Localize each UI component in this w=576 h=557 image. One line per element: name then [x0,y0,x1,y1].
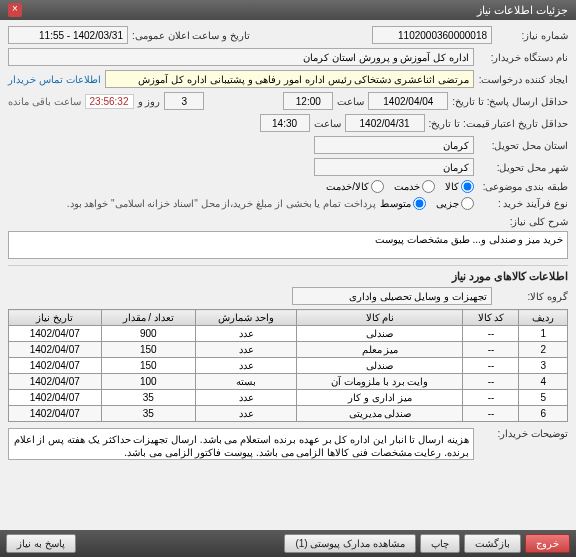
table-cell: 1402/04/07 [9,390,102,406]
return-button[interactable]: بازگشت [464,534,521,553]
deliver-prov-field: کرمان [314,136,474,154]
table-cell: -- [463,358,519,374]
table-cell: -- [463,326,519,342]
table-cell: عدد [195,358,296,374]
table-cell: 150 [101,358,195,374]
subject-class-label: طبقه بندی موضوعی: [478,181,568,192]
deliver-prov-label: استان محل تحویل: [478,140,568,151]
table-cell: عدد [195,390,296,406]
goods-group-field: تجهیزات و وسایل تحصیلی واداری [292,287,492,305]
resp-date-field: 1402/04/04 [368,92,448,110]
buyer-desc-label: توضیحات خریدار: [478,428,568,439]
need-summary-text [8,231,568,259]
table-cell: -- [463,406,519,422]
table-header: نام کالا [297,310,463,326]
time-label-2: ساعت [314,118,341,129]
valid-date-field: 1402/04/31 [345,114,425,132]
announce-label: تاریخ و ساعت اعلان عمومی: [132,30,250,41]
table-row[interactable]: 5--میز اداری و کارعدد351402/04/07 [9,390,568,406]
table-header: واحد شمارش [195,310,296,326]
reply-button[interactable]: پاسخ به نیاز [6,534,76,553]
window-title: جزئیات اطلاعات نیاز [477,4,568,17]
table-cell: 100 [101,374,195,390]
radio-small[interactable]: جزیی [436,197,474,210]
process-note: پرداخت تمام یا بخشی از مبلغ خرید،از محل … [67,198,376,209]
radio-goods[interactable]: کالا [445,180,474,193]
print-button[interactable]: چاپ [420,534,460,553]
table-header: تعداد / مقدار [101,310,195,326]
table-cell: 6 [519,406,568,422]
valid-time-field: 14:30 [260,114,310,132]
time-label-1: ساعت [337,96,364,107]
table-cell: 150 [101,342,195,358]
exit-button[interactable]: خروج [525,534,570,553]
table-row[interactable]: 1--صندلیعدد9001402/04/07 [9,326,568,342]
table-cell: -- [463,374,519,390]
table-cell: -- [463,342,519,358]
table-row[interactable]: 6--صندلی مدیریتیعدد351402/04/07 [9,406,568,422]
goods-table: ردیفکد کالانام کالاواحد شمارشتعداد / مقد… [8,309,568,422]
buyer-desc-text: هزینه ارسال تا انبار این اداره کل بر عهد… [8,428,474,460]
deliver-city-field: کرمان [314,158,474,176]
table-cell: 1402/04/07 [9,342,102,358]
view-attachments-button[interactable]: مشاهده مدارک پیوستی (1) [284,534,416,553]
process-label: نوع فرآیند خرید : [478,198,568,209]
table-cell: 35 [101,406,195,422]
radio-medium[interactable]: متوسط [380,197,426,210]
days-field: 3 [164,92,204,110]
table-cell: 900 [101,326,195,342]
valid-deadline-label: حداقل تاریخ اعتبار قیمت: تا تاریخ: [429,118,568,129]
table-cell: -- [463,390,519,406]
table-cell: 35 [101,390,195,406]
table-cell: وایت برد با ملزومات آن [297,374,463,390]
content-area: شماره نیاز: 1102000360000018 تاریخ و ساع… [0,20,576,530]
table-cell: 1402/04/07 [9,374,102,390]
days-label: روز و [138,96,161,107]
table-header: ردیف [519,310,568,326]
goods-group-label: گروه کالا: [496,291,568,302]
radio-service[interactable]: خدمت [394,180,435,193]
table-cell: 1402/04/07 [9,358,102,374]
announce-field: 1402/03/31 - 11:55 [8,26,128,44]
countdown: 23:56:32 [85,94,134,109]
requester-field: مرتضی اثناعشری دشتخاکی رئیس اداره امور ر… [105,70,474,88]
title-bar: جزئیات اطلاعات نیاز × [0,0,576,20]
table-cell: 4 [519,374,568,390]
close-icon[interactable]: × [8,3,22,17]
table-cell: 1402/04/07 [9,326,102,342]
table-cell: 3 [519,358,568,374]
requester-label: ایجاد کننده درخواست: [478,74,568,85]
table-cell: بسته [195,374,296,390]
table-cell: 2 [519,342,568,358]
table-row[interactable]: 4--وایت برد با ملزومات آنبسته1001402/04/… [9,374,568,390]
table-cell: صندلی مدیریتی [297,406,463,422]
table-cell: صندلی [297,326,463,342]
table-cell: عدد [195,406,296,422]
table-cell: صندلی [297,358,463,374]
buyer-org-field: اداره کل آموزش و پرورش استان کرمان [8,48,474,66]
table-cell: 1 [519,326,568,342]
need-no-label: شماره نیاز: [496,30,568,41]
contact-link[interactable]: اطلاعات تماس خریدار [8,74,101,85]
table-row[interactable]: 3--صندلیعدد1501402/04/07 [9,358,568,374]
resp-deadline-label: حداقل ارسال پاسخ: تا تاریخ: [452,96,568,107]
table-row[interactable]: 2--میز معلمعدد1501402/04/07 [9,342,568,358]
need-no-field: 1102000360000018 [372,26,492,44]
table-cell: عدد [195,342,296,358]
resp-time-field: 12:00 [283,92,333,110]
table-cell: میز اداری و کار [297,390,463,406]
radio-goods-service[interactable]: کالا/خدمت [326,180,384,193]
subject-radio-group: کالا خدمت کالا/خدمت [326,180,474,193]
buyer-org-label: نام دستگاه خریدار: [478,52,568,63]
goods-section-title: اطلاعات کالاهای مورد نیاز [8,265,568,283]
remain-label: ساعت باقی مانده [8,96,81,107]
process-radio-group: جزیی متوسط [380,197,474,210]
deliver-city-label: شهر محل تحویل: [478,162,568,173]
table-cell: 5 [519,390,568,406]
button-bar: خروج بازگشت چاپ مشاهده مدارک پیوستی (1) … [0,530,576,557]
table-header: تاریخ نیاز [9,310,102,326]
need-summary-label: شرح کلی نیاز: [478,216,568,227]
table-cell: عدد [195,326,296,342]
table-header: کد کالا [463,310,519,326]
table-cell: میز معلم [297,342,463,358]
